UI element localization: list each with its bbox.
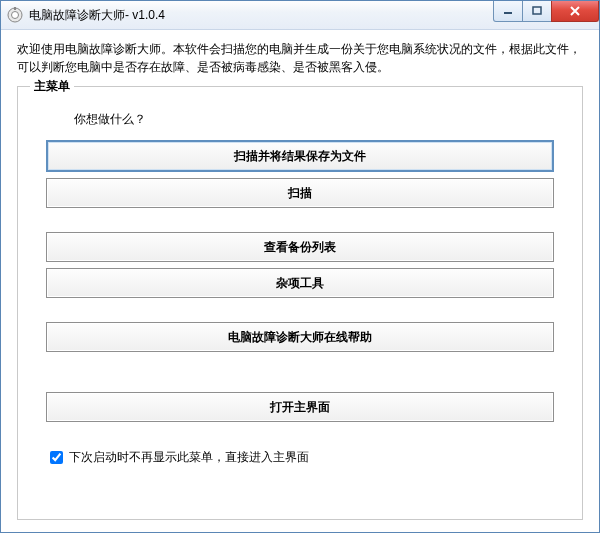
close-button[interactable] <box>551 1 599 22</box>
scan-button[interactable]: 扫描 <box>46 178 554 208</box>
app-icon <box>7 7 23 23</box>
main-menu-group: 主菜单 你想做什么？ 扫描并将结果保存为文件 扫描 查看备份列表 杂项工具 <box>17 86 583 520</box>
dont-show-again-row[interactable]: 下次启动时不再显示此菜单，直接进入主界面 <box>46 448 554 467</box>
titlebar[interactable]: 电脑故障诊断大师- v1.0.4 <box>1 1 599 30</box>
menu-prompt: 你想做什么？ <box>74 111 554 128</box>
checkbox-label: 下次启动时不再显示此菜单，直接进入主界面 <box>69 449 309 466</box>
svg-rect-2 <box>14 7 16 10</box>
scan-and-save-button[interactable]: 扫描并将结果保存为文件 <box>46 140 554 172</box>
open-main-button[interactable]: 打开主界面 <box>46 392 554 422</box>
button-label: 查看备份列表 <box>264 239 336 256</box>
button-label: 杂项工具 <box>276 275 324 292</box>
window-buttons <box>494 1 599 21</box>
intro-text: 欢迎使用电脑故障诊断大师。本软件会扫描您的电脑并生成一份关于您电脑系统状况的文件… <box>17 40 583 76</box>
button-label: 打开主界面 <box>270 399 330 416</box>
misc-tools-button[interactable]: 杂项工具 <box>46 268 554 298</box>
dont-show-again-checkbox[interactable] <box>50 451 63 464</box>
svg-rect-3 <box>504 12 512 14</box>
button-label: 扫描并将结果保存为文件 <box>234 148 366 165</box>
button-label: 扫描 <box>288 185 312 202</box>
button-label: 电脑故障诊断大师在线帮助 <box>228 329 372 346</box>
view-backup-button[interactable]: 查看备份列表 <box>46 232 554 262</box>
svg-point-1 <box>12 12 19 19</box>
online-help-button[interactable]: 电脑故障诊断大师在线帮助 <box>46 322 554 352</box>
minimize-button[interactable] <box>493 1 523 22</box>
menu-button-column: 扫描并将结果保存为文件 扫描 查看备份列表 杂项工具 电脑故障诊断大师在线帮助 <box>46 140 554 428</box>
svg-rect-4 <box>533 7 541 14</box>
app-window: 电脑故障诊断大师- v1.0.4 欢迎使用电脑故障诊断大师。本软件会扫描您的电脑… <box>0 0 600 533</box>
client-area: 欢迎使用电脑故障诊断大师。本软件会扫描您的电脑并生成一份关于您电脑系统状况的文件… <box>1 30 599 532</box>
maximize-button[interactable] <box>522 1 552 22</box>
group-legend: 主菜单 <box>30 78 74 95</box>
